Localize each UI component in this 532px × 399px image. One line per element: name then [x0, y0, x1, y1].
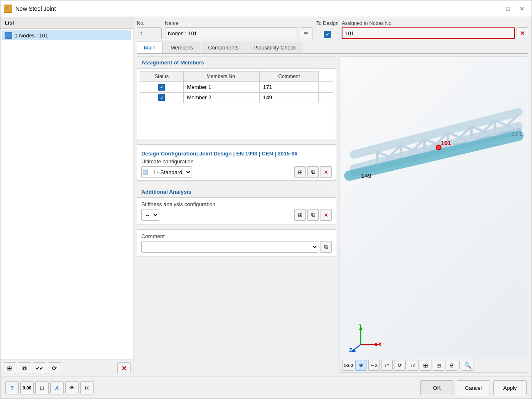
- name-input[interactable]: [165, 27, 298, 39]
- print-btn[interactable]: 🖨: [446, 360, 457, 371]
- box-view-btn[interactable]: ⊟: [433, 360, 444, 371]
- to-design-checkbox[interactable]: [324, 31, 331, 38]
- display-btn[interactable]: □: [35, 381, 49, 394]
- ultimate-label: Ultimate configuration: [141, 158, 332, 165]
- list-header: List: [0, 17, 133, 29]
- additional-analysis-section: Additional Analysis Stiffness analysis c…: [137, 186, 336, 224]
- search-view-btn[interactable]: 🔍: [462, 360, 473, 371]
- svg-text:1 / 1: 1 / 1: [511, 131, 522, 137]
- font-btn[interactable]: A: [50, 381, 64, 394]
- scene-container: 149 101 1 / 1: [340, 57, 528, 358]
- design-config-label: Design Configuration| Joint Design | EN …: [141, 147, 332, 158]
- list-item-label: 1 Nodes : 101: [15, 32, 48, 39]
- edit-name-btn[interactable]: ✏: [300, 27, 313, 39]
- main-window: 🔧 New Steel Joint ─ □ ✕ List 1 Nodes : 1…: [0, 0, 532, 399]
- window-title: New Steel Joint: [15, 5, 488, 12]
- ok-button[interactable]: OK: [420, 380, 453, 395]
- stiffness-edit-btn[interactable]: ⧉: [307, 209, 319, 221]
- assignment-content: Status Members No. Comment Member 1: [137, 69, 336, 139]
- member2-comment: [319, 92, 333, 103]
- additional-analysis-header: Additional Analysis: [137, 186, 336, 198]
- member2-checkbox[interactable]: [158, 94, 165, 101]
- joint-list: 1 Nodes : 101: [0, 29, 133, 360]
- tab-components[interactable]: Components: [201, 42, 246, 53]
- check-all-btn[interactable]: ✔✔: [33, 362, 46, 374]
- truss-scene-svg: 149 101 1 / 1: [340, 65, 528, 206]
- nodes-input[interactable]: [342, 27, 515, 39]
- tab-plausibility[interactable]: Plausibility Check: [246, 42, 303, 53]
- member1-comment: [319, 82, 333, 93]
- stiffness-new-btn[interactable]: ⊞: [294, 209, 306, 221]
- svg-text:X: X: [378, 342, 382, 347]
- bottom-toolbar: ? 0.00 □ A 👁 fx: [5, 381, 417, 394]
- tab-members[interactable]: Members: [163, 42, 200, 53]
- apply-button[interactable]: Apply: [493, 380, 527, 395]
- copy-joint-btn[interactable]: ⧉: [18, 362, 31, 374]
- member1-name: Member 1: [183, 82, 259, 93]
- titlebar-controls: ─ □ ✕: [488, 4, 528, 14]
- header-row: No. Name ✏ To Design As: [137, 20, 528, 39]
- pan-z-btn[interactable]: ↕Z: [407, 360, 419, 371]
- col-comment: Comment: [260, 71, 319, 82]
- rotate-btn[interactable]: ⟳: [394, 360, 406, 371]
- grid-btn[interactable]: ⊞: [420, 360, 431, 371]
- nodes-clear-btn[interactable]: ✕: [517, 27, 528, 39]
- table-row: Member 2 149: [140, 92, 333, 103]
- col-members-no: Members No.: [183, 71, 259, 82]
- comment-select[interactable]: [141, 241, 318, 253]
- member2-check-cell[interactable]: [140, 92, 184, 103]
- axes-svg: X Y Z: [348, 324, 382, 353]
- comment-copy-btn[interactable]: ⧉: [320, 241, 332, 253]
- pan-x-btn[interactable]: ↔X: [368, 360, 380, 371]
- to-design-label: To Design: [316, 20, 338, 26]
- numbering-btn[interactable]: 1·2·3: [342, 360, 354, 371]
- new-joint-btn[interactable]: ⊞: [3, 362, 16, 374]
- titlebar: 🔧 New Steel Joint ─ □ ✕: [0, 0, 532, 17]
- decimal-btn[interactable]: 0.00: [20, 381, 34, 394]
- axes-widget: X Y Z: [348, 324, 382, 354]
- member1-checkbox[interactable]: [158, 84, 165, 91]
- ultimate-edit-btn[interactable]: ⧉: [307, 166, 319, 178]
- additional-analysis-content: Stiffness analysis configuration -- ⊞ ⧉: [137, 198, 336, 224]
- comment-label: Comment: [141, 233, 332, 239]
- tab-main[interactable]: Main: [137, 42, 163, 53]
- member2-name: Member 2: [183, 92, 259, 103]
- right-panel: No. Name ✏ To Design As: [133, 17, 532, 377]
- toolbar-separator: [459, 361, 460, 369]
- minimize-button[interactable]: ─: [488, 4, 500, 14]
- pan-y-btn[interactable]: ↕Y: [381, 360, 393, 371]
- ultimate-config-select[interactable]: 1 - Standard: [141, 166, 192, 178]
- no-label: No.: [137, 20, 162, 26]
- stiffness-delete-btn[interactable]: ✕: [320, 209, 332, 221]
- stiffness-label: Stiffness analysis configuration: [141, 201, 332, 207]
- close-button[interactable]: ✕: [516, 4, 528, 14]
- no-field-group: No.: [137, 20, 162, 39]
- list-item[interactable]: 1 Nodes : 101: [2, 30, 131, 40]
- member1-number: 171: [260, 82, 319, 93]
- maximize-button[interactable]: □: [502, 4, 514, 14]
- ultimate-new-btn[interactable]: ⊞: [294, 166, 306, 178]
- viewer-area: y: [340, 57, 528, 373]
- design-config-content: Design Configuration| Joint Design | EN …: [137, 145, 336, 180]
- viewer-main[interactable]: 149 101 1 / 1: [340, 57, 528, 358]
- svg-text:Y: Y: [359, 324, 362, 328]
- form-area: Assignment of Members Status Members No.…: [137, 57, 336, 373]
- to-design-check: [324, 31, 331, 38]
- stiffness-config-select[interactable]: --: [141, 209, 159, 221]
- ultimate-delete-btn[interactable]: ✕: [320, 166, 332, 178]
- visibility-btn[interactable]: 👁: [65, 381, 79, 394]
- delete-btn[interactable]: ✕: [117, 362, 131, 374]
- no-input[interactable]: [137, 27, 162, 39]
- svg-text:149: 149: [361, 172, 372, 179]
- view-mode-btn[interactable]: 👁: [355, 360, 367, 371]
- help-btn[interactable]: ?: [5, 381, 19, 394]
- viewer-toolbar: 1·2·3 👁 ↔X ↕Y ⟳ ↕Z ⊞ ⊟ 🖨 🔍: [340, 358, 528, 373]
- cancel-button[interactable]: Cancel: [457, 380, 490, 395]
- name-input-row: ✏: [165, 27, 313, 39]
- formula-btn[interactable]: fx: [80, 381, 94, 394]
- member2-number: 149: [260, 92, 319, 103]
- member1-check-cell[interactable]: [140, 82, 184, 93]
- ultimate-config-toolbar: ⊞ ⧉ ✕: [294, 166, 332, 178]
- ultimate-select-wrapper: 1 - Standard: [141, 166, 293, 178]
- refresh-btn[interactable]: ⟳: [48, 362, 61, 374]
